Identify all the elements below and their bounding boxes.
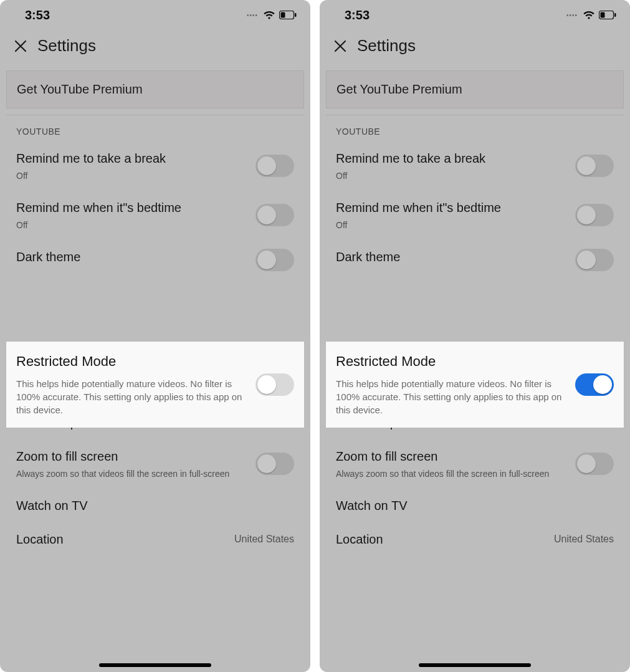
row-title: Zoom to fill screen: [336, 448, 568, 464]
svg-rect-2: [295, 13, 297, 17]
row-desc: This helps hide potentially mature video…: [336, 377, 568, 416]
wifi-icon: [263, 10, 275, 20]
row-title: Zoom to fill screen: [16, 448, 248, 464]
close-icon[interactable]: [332, 38, 348, 54]
screenshot-panel-right: 3:53 •••• Settings Get YouTube Premium Y…: [320, 0, 630, 672]
premium-banner[interactable]: Get YouTube Premium: [326, 70, 624, 108]
row-title: Remind me to take a break: [16, 150, 248, 166]
premium-banner-label: Get YouTube Premium: [336, 82, 462, 96]
row-value: United States: [234, 534, 294, 545]
row-location[interactable]: Location United States: [6, 522, 304, 556]
page-title: Settings: [357, 36, 416, 55]
toggle-break[interactable]: [575, 155, 614, 177]
cellular-dots-icon: ••••: [566, 12, 578, 19]
row-title: Dark theme: [336, 249, 568, 265]
premium-banner[interactable]: Get YouTube Premium: [6, 70, 304, 108]
status-icons: ••••: [247, 10, 297, 20]
section-header: YOUTUBE: [6, 115, 304, 142]
cellular-dots-icon: ••••: [247, 12, 258, 19]
status-time: 3:53: [345, 8, 370, 22]
status-bar: 3:53 ••••: [0, 0, 310, 30]
toggle-dark-theme[interactable]: [575, 249, 614, 271]
premium-banner-label: Get YouTube Premium: [17, 82, 143, 96]
row-title: Restricted Mode: [16, 353, 248, 371]
row-desc: This helps hide potentially mature video…: [16, 377, 248, 416]
toggle-break[interactable]: [255, 155, 294, 177]
status-time: 3:53: [25, 8, 50, 22]
row-title: Remind me when it"s bedtime: [16, 199, 248, 216]
svg-rect-1: [281, 12, 285, 18]
row-title: Remind me to take a break: [336, 150, 568, 166]
row-restricted-mode[interactable]: Restricted Mode This helps hide potentia…: [326, 342, 624, 428]
youtube-section: YOUTUBE Remind me to take a break Off Re…: [326, 115, 624, 556]
row-value: United States: [554, 534, 614, 545]
row-title: Location: [16, 531, 227, 547]
row-bedtime-reminder[interactable]: Remind me when it"s bedtime Off: [326, 191, 624, 240]
row-title: Dark theme: [16, 249, 248, 265]
svg-rect-5: [614, 13, 616, 17]
row-dark-theme[interactable]: Dark theme: [326, 240, 624, 280]
battery-icon: [279, 11, 297, 19]
row-title: Watch on TV: [336, 497, 606, 514]
row-watch-on-tv[interactable]: Watch on TV: [6, 489, 304, 522]
row-sub: Off: [16, 170, 248, 182]
row-title: Remind me when it"s bedtime: [336, 199, 568, 216]
battery-icon: [599, 11, 616, 19]
row-restricted-mode[interactable]: Restricted Mode This helps hide potentia…: [6, 342, 304, 428]
toggle-restricted-mode[interactable]: [255, 373, 294, 396]
screenshot-panel-left: 3:53 •••• Settings Get YouTube Premium Y…: [0, 0, 310, 672]
row-break-reminder[interactable]: Remind me to take a break Off: [6, 142, 304, 191]
svg-rect-4: [601, 12, 605, 18]
home-indicator[interactable]: [419, 663, 531, 667]
row-title: Location: [336, 531, 546, 547]
toggle-bedtime[interactable]: [255, 204, 294, 226]
row-location[interactable]: Location United States: [326, 522, 624, 556]
toggle-dark-theme[interactable]: [255, 249, 294, 271]
row-sub: Off: [336, 170, 568, 182]
toggle-restricted-mode[interactable]: [575, 373, 614, 396]
row-watch-on-tv[interactable]: Watch on TV: [326, 489, 624, 522]
row-title: Restricted Mode: [336, 353, 568, 371]
page-header: Settings: [320, 30, 630, 67]
row-dark-theme[interactable]: Dark theme: [6, 240, 304, 280]
page-header: Settings: [0, 30, 310, 67]
youtube-section: YOUTUBE Remind me to take a break Off Re…: [6, 115, 304, 556]
close-icon[interactable]: [12, 38, 29, 54]
row-break-reminder[interactable]: Remind me to take a break Off: [326, 142, 624, 191]
row-desc: Always zoom so that videos fill the scre…: [336, 468, 568, 480]
row-zoom-fill[interactable]: Zoom to fill screen Always zoom so that …: [326, 439, 624, 489]
home-indicator[interactable]: [99, 663, 211, 667]
row-sub: Off: [16, 219, 248, 231]
section-header: YOUTUBE: [326, 115, 624, 142]
toggle-bedtime[interactable]: [575, 204, 614, 226]
row-title: Watch on TV: [16, 497, 287, 514]
toggle-zoom-fill[interactable]: [255, 453, 294, 475]
status-icons: ••••: [566, 10, 616, 20]
page-title: Settings: [37, 36, 96, 55]
row-sub: Off: [336, 219, 568, 231]
row-desc: Always zoom so that videos fill the scre…: [16, 468, 248, 480]
row-zoom-fill[interactable]: Zoom to fill screen Always zoom so that …: [6, 439, 304, 489]
wifi-icon: [583, 10, 595, 20]
row-bedtime-reminder[interactable]: Remind me when it"s bedtime Off: [6, 191, 304, 240]
status-bar: 3:53 ••••: [320, 0, 630, 30]
toggle-zoom-fill[interactable]: [575, 453, 614, 475]
